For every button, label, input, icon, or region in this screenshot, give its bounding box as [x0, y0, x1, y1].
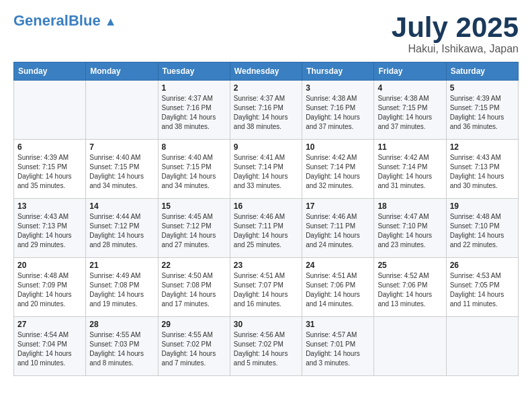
calendar-cell: 25Sunrise: 4:52 AM Sunset: 7:06 PM Dayli… — [374, 258, 446, 317]
day-number: 15 — [162, 201, 226, 211]
calendar-cell: 15Sunrise: 4:45 AM Sunset: 7:12 PM Dayli… — [158, 199, 230, 258]
day-number: 24 — [306, 261, 370, 270]
logo-general: General — [13, 12, 69, 29]
calendar-cell: 7Sunrise: 4:40 AM Sunset: 7:15 PM Daylig… — [86, 140, 158, 199]
weekday-header-thursday: Thursday — [302, 62, 374, 81]
day-info: Sunrise: 4:55 AM Sunset: 7:02 PM Dayligh… — [162, 330, 226, 368]
day-info: Sunrise: 4:51 AM Sunset: 7:06 PM Dayligh… — [306, 271, 370, 309]
calendar-cell — [86, 81, 158, 140]
day-info: Sunrise: 4:56 AM Sunset: 7:02 PM Dayligh… — [234, 330, 298, 368]
calendar-cell: 24Sunrise: 4:51 AM Sunset: 7:06 PM Dayli… — [302, 258, 374, 317]
day-number: 19 — [450, 201, 515, 211]
day-info: Sunrise: 4:45 AM Sunset: 7:12 PM Dayligh… — [162, 212, 226, 250]
logo-icon: ▲ — [105, 15, 117, 28]
weekday-header-saturday: Saturday — [446, 62, 518, 81]
day-info: Sunrise: 4:46 AM Sunset: 7:11 PM Dayligh… — [234, 212, 298, 250]
weekday-header-sunday: Sunday — [14, 62, 86, 81]
calendar-table: SundayMondayTuesdayWednesdayThursdayFrid… — [13, 62, 519, 376]
day-number: 10 — [306, 142, 370, 152]
calendar-cell: 28Sunrise: 4:55 AM Sunset: 7:03 PM Dayli… — [86, 317, 158, 376]
day-info: Sunrise: 4:51 AM Sunset: 7:07 PM Dayligh… — [234, 271, 298, 309]
week-row-3: 13Sunrise: 4:43 AM Sunset: 7:13 PM Dayli… — [14, 199, 519, 258]
day-info: Sunrise: 4:41 AM Sunset: 7:14 PM Dayligh… — [234, 153, 298, 191]
day-number: 3 — [306, 83, 370, 93]
weekday-header-friday: Friday — [374, 62, 446, 81]
day-info: Sunrise: 4:37 AM Sunset: 7:16 PM Dayligh… — [162, 94, 226, 132]
calendar-cell: 19Sunrise: 4:48 AM Sunset: 7:10 PM Dayli… — [446, 199, 518, 258]
calendar-cell — [374, 317, 446, 376]
day-number: 23 — [234, 261, 298, 270]
calendar-cell: 18Sunrise: 4:47 AM Sunset: 7:10 PM Dayli… — [374, 199, 446, 258]
day-info: Sunrise: 4:52 AM Sunset: 7:06 PM Dayligh… — [378, 271, 442, 309]
day-info: Sunrise: 4:48 AM Sunset: 7:10 PM Dayligh… — [450, 212, 515, 250]
logo-text: GeneralBlue ▲ — [13, 13, 117, 28]
day-number: 16 — [234, 201, 298, 211]
calendar-cell: 10Sunrise: 4:42 AM Sunset: 7:14 PM Dayli… — [302, 140, 374, 199]
calendar-cell: 31Sunrise: 4:57 AM Sunset: 7:01 PM Dayli… — [302, 317, 374, 376]
day-number: 22 — [162, 261, 226, 270]
day-info: Sunrise: 4:39 AM Sunset: 7:15 PM Dayligh… — [17, 153, 82, 191]
calendar-cell: 6Sunrise: 4:39 AM Sunset: 7:15 PM Daylig… — [14, 140, 86, 199]
day-info: Sunrise: 4:42 AM Sunset: 7:14 PM Dayligh… — [306, 153, 370, 191]
day-info: Sunrise: 4:37 AM Sunset: 7:16 PM Dayligh… — [234, 94, 298, 132]
day-info: Sunrise: 4:40 AM Sunset: 7:15 PM Dayligh… — [162, 153, 226, 191]
logo: GeneralBlue ▲ — [13, 13, 117, 28]
day-number: 14 — [89, 201, 154, 211]
day-number: 21 — [89, 261, 154, 270]
calendar-cell: 1Sunrise: 4:37 AM Sunset: 7:16 PM Daylig… — [158, 81, 230, 140]
calendar-cell: 5Sunrise: 4:39 AM Sunset: 7:15 PM Daylig… — [446, 81, 518, 140]
day-number: 17 — [306, 201, 370, 211]
day-number: 27 — [17, 320, 82, 329]
day-info: Sunrise: 4:43 AM Sunset: 7:13 PM Dayligh… — [450, 153, 515, 191]
day-info: Sunrise: 4:38 AM Sunset: 7:15 PM Dayligh… — [378, 94, 442, 132]
calendar-cell: 27Sunrise: 4:54 AM Sunset: 7:04 PM Dayli… — [14, 317, 86, 376]
calendar-cell: 20Sunrise: 4:48 AM Sunset: 7:09 PM Dayli… — [14, 258, 86, 317]
calendar-cell: 4Sunrise: 4:38 AM Sunset: 7:15 PM Daylig… — [374, 81, 446, 140]
logo-blue: Blue — [69, 12, 101, 29]
day-info: Sunrise: 4:48 AM Sunset: 7:09 PM Dayligh… — [17, 271, 82, 309]
weekday-header-monday: Monday — [86, 62, 158, 81]
calendar-cell: 2Sunrise: 4:37 AM Sunset: 7:16 PM Daylig… — [230, 81, 302, 140]
week-row-4: 20Sunrise: 4:48 AM Sunset: 7:09 PM Dayli… — [14, 258, 519, 317]
calendar-cell: 21Sunrise: 4:49 AM Sunset: 7:08 PM Dayli… — [86, 258, 158, 317]
calendar-cell: 26Sunrise: 4:53 AM Sunset: 7:05 PM Dayli… — [446, 258, 518, 317]
day-info: Sunrise: 4:46 AM Sunset: 7:11 PM Dayligh… — [306, 212, 370, 250]
day-info: Sunrise: 4:47 AM Sunset: 7:10 PM Dayligh… — [378, 212, 442, 250]
page-header: GeneralBlue ▲ July 2025 Hakui, Ishikawa,… — [13, 13, 519, 55]
day-number: 7 — [89, 142, 154, 152]
calendar-title: July 2025 — [392, 13, 519, 42]
day-info: Sunrise: 4:55 AM Sunset: 7:03 PM Dayligh… — [89, 330, 154, 368]
calendar-cell: 12Sunrise: 4:43 AM Sunset: 7:13 PM Dayli… — [446, 140, 518, 199]
calendar-cell — [14, 81, 86, 140]
day-info: Sunrise: 4:57 AM Sunset: 7:01 PM Dayligh… — [306, 330, 370, 368]
week-row-5: 27Sunrise: 4:54 AM Sunset: 7:04 PM Dayli… — [14, 317, 519, 376]
day-info: Sunrise: 4:49 AM Sunset: 7:08 PM Dayligh… — [89, 271, 154, 309]
day-number: 11 — [378, 142, 442, 152]
day-number: 18 — [378, 201, 442, 211]
day-info: Sunrise: 4:50 AM Sunset: 7:08 PM Dayligh… — [162, 271, 226, 309]
week-row-1: 1Sunrise: 4:37 AM Sunset: 7:16 PM Daylig… — [14, 81, 519, 140]
weekday-header-tuesday: Tuesday — [158, 62, 230, 81]
day-number: 31 — [306, 320, 370, 329]
day-number: 28 — [89, 320, 154, 329]
day-number: 9 — [234, 142, 298, 152]
day-number: 8 — [162, 142, 226, 152]
calendar-cell: 3Sunrise: 4:38 AM Sunset: 7:16 PM Daylig… — [302, 81, 374, 140]
calendar-cell: 23Sunrise: 4:51 AM Sunset: 7:07 PM Dayli… — [230, 258, 302, 317]
day-number: 26 — [450, 261, 515, 270]
day-info: Sunrise: 4:40 AM Sunset: 7:15 PM Dayligh… — [89, 153, 154, 191]
day-info: Sunrise: 4:38 AM Sunset: 7:16 PM Dayligh… — [306, 94, 370, 132]
day-info: Sunrise: 4:54 AM Sunset: 7:04 PM Dayligh… — [17, 330, 82, 368]
calendar-cell: 13Sunrise: 4:43 AM Sunset: 7:13 PM Dayli… — [14, 199, 86, 258]
day-info: Sunrise: 4:39 AM Sunset: 7:15 PM Dayligh… — [450, 94, 515, 132]
day-number: 2 — [234, 83, 298, 93]
week-row-2: 6Sunrise: 4:39 AM Sunset: 7:15 PM Daylig… — [14, 140, 519, 199]
calendar-cell — [446, 317, 518, 376]
day-number: 4 — [378, 83, 442, 93]
day-info: Sunrise: 4:44 AM Sunset: 7:12 PM Dayligh… — [89, 212, 154, 250]
day-number: 13 — [17, 201, 82, 211]
title-block: July 2025 Hakui, Ishikawa, Japan — [392, 13, 519, 55]
weekday-header-wednesday: Wednesday — [230, 62, 302, 81]
calendar-cell: 14Sunrise: 4:44 AM Sunset: 7:12 PM Dayli… — [86, 199, 158, 258]
calendar-cell: 29Sunrise: 4:55 AM Sunset: 7:02 PM Dayli… — [158, 317, 230, 376]
